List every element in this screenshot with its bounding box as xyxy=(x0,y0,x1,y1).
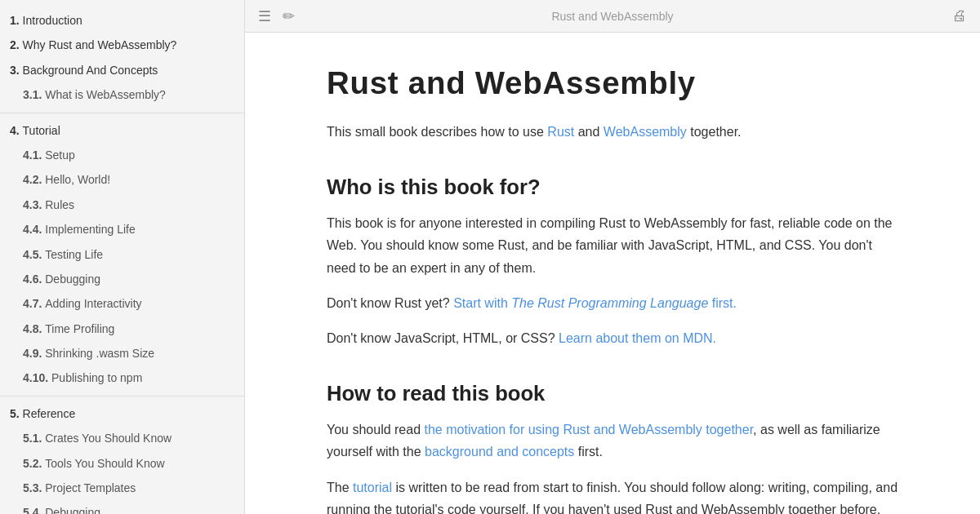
sidebar-item-setup[interactable]: 4.1. Setup xyxy=(0,143,244,167)
s2p1-post: first. xyxy=(574,445,603,459)
sidebar-divider-2 xyxy=(0,396,244,397)
page-title: Rust and WebAssembly xyxy=(327,65,898,101)
sidebar-item-wasm[interactable]: 3.1. What is WebAssembly? xyxy=(0,82,244,107)
sidebar-item-num: 4.7. xyxy=(23,297,45,310)
sidebar-item-num: 4.10. xyxy=(23,371,51,384)
sidebar-item-label: Implementing Life xyxy=(45,223,136,236)
s2p1-pre: You should read xyxy=(327,423,425,436)
s2p2-pre: The xyxy=(327,481,353,494)
print-icon[interactable]: 🖨 xyxy=(952,7,967,24)
sidebar-item-time-profiling[interactable]: 4.8. Time Profiling xyxy=(0,317,244,341)
sidebar-item-num: 4.2. xyxy=(23,173,45,186)
motivation-link[interactable]: the motivation for using Rust and WebAss… xyxy=(425,423,754,436)
sidebar-item-why[interactable]: 2. Why Rust and WebAssembly? xyxy=(0,33,244,57)
sidebar-item-interactivity[interactable]: 4.7. Adding Interactivity xyxy=(0,291,244,316)
sidebar-item-label: Reference xyxy=(23,407,76,420)
sidebar-item-num: 3.1. xyxy=(23,88,45,101)
sidebar-item-num: 3. xyxy=(10,64,23,77)
sidebar-item-hello[interactable]: 4.2. Hello, World! xyxy=(0,167,244,192)
sidebar-item-rules[interactable]: 4.3. Rules xyxy=(0,193,244,217)
rust-link[interactable]: Rust xyxy=(547,125,574,139)
and-text: and xyxy=(574,125,604,139)
toolbar-title: Rust and WebAssembly xyxy=(551,10,673,23)
sidebar-item-life[interactable]: 4.4. Implementing Life xyxy=(0,217,244,241)
sidebar-item-label: Tutorial xyxy=(23,124,60,137)
section1-p1: This book is for anyone interested in co… xyxy=(327,212,898,279)
s1p3-pre: Don't know JavaScript, HTML, or CSS? xyxy=(327,331,559,345)
toolbar: ☰ ✏ Rust and WebAssembly 🖨 xyxy=(245,0,980,33)
section1-p3: Don't know JavaScript, HTML, or CSS? Lea… xyxy=(327,327,898,349)
sidebar-item-label: Why Rust and WebAssembly? xyxy=(23,38,177,51)
sidebar-item-label: Crates You Should Know xyxy=(45,432,172,445)
s1p2-link-post: first. xyxy=(708,296,737,310)
sidebar-item-num: 5.3. xyxy=(23,481,45,494)
sidebar-item-shrinking[interactable]: 4.9. Shrinking .wasm Size xyxy=(0,341,244,366)
sidebar-item-num: 5.2. xyxy=(23,457,45,470)
sidebar-item-crates[interactable]: 5.1. Crates You Should Know xyxy=(0,426,244,450)
sidebar-item-num: 5. xyxy=(10,407,23,420)
section2-p2: The tutorial is written to be read from … xyxy=(327,476,898,515)
section1-p2: Don't know Rust yet? Start with The Rust… xyxy=(327,292,898,314)
intro-paragraph: This small book describes how to use Rus… xyxy=(327,121,898,143)
s1p2-pre: Don't know Rust yet? xyxy=(327,296,453,310)
sidebar-item-label: Publishing to npm xyxy=(51,371,142,384)
sidebar-item-num: 5.1. xyxy=(23,432,45,445)
sidebar-item-label: Tools You Should Know xyxy=(45,457,164,470)
rust-lang-link[interactable]: Start with The Rust Programming Language… xyxy=(453,296,737,310)
menu-icon[interactable]: ☰ xyxy=(258,7,271,25)
sidebar-item-label: Rules xyxy=(45,198,74,211)
sidebar-item-label: Time Profiling xyxy=(45,322,114,335)
sidebar-item-num: 4.6. xyxy=(23,273,45,286)
sidebar-item-label: Adding Interactivity xyxy=(45,297,141,310)
sidebar-item-num: 4.9. xyxy=(23,347,45,360)
sidebar-item-num: 4.1. xyxy=(23,148,45,162)
sidebar-item-debugging[interactable]: 4.6. Debugging xyxy=(0,267,244,291)
sidebar-item-num: 4. xyxy=(10,124,23,137)
section2-p1: You should read the motivation for using… xyxy=(327,419,898,463)
sidebar-item-num: 4.5. xyxy=(23,248,45,261)
sidebar-item-intro[interactable]: 1. Introduction xyxy=(0,8,244,33)
bg-concepts-link[interactable]: background and concepts xyxy=(425,445,574,459)
sidebar-item-tools[interactable]: 5.2. Tools You Should Know xyxy=(0,451,244,476)
content-area: Rust and WebAssembly This small book des… xyxy=(261,33,964,514)
edit-icon[interactable]: ✏ xyxy=(283,7,295,25)
sidebar-item-label: Setup xyxy=(45,148,75,162)
s1p2-link-italic: The Rust Programming Language xyxy=(511,296,708,310)
section1-title: Who is this book for? xyxy=(327,175,898,199)
sidebar-item-label: Introduction xyxy=(23,14,82,27)
webassembly-link[interactable]: WebAssembly xyxy=(604,125,687,139)
sidebar-item-label: Debugging xyxy=(45,506,100,514)
section2-title: How to read this book xyxy=(327,382,898,405)
toolbar-left: ☰ ✏ xyxy=(258,7,295,25)
sidebar-item-tutorial[interactable]: 4. Tutorial xyxy=(0,118,244,143)
tutorial-link[interactable]: tutorial xyxy=(353,481,392,494)
sidebar-item-label: Shrinking .wasm Size xyxy=(45,347,154,360)
sidebar-item-num: 5.4. xyxy=(23,506,45,514)
sidebar-item-num: 4.3. xyxy=(23,198,45,211)
sidebar: 1. Introduction 2. Why Rust and WebAssem… xyxy=(0,0,245,514)
sidebar-item-npm[interactable]: 4.10. Publishing to npm xyxy=(0,366,244,390)
sidebar-item-ref-debugging[interactable]: 5.4. Debugging xyxy=(0,500,244,514)
sidebar-item-reference[interactable]: 5. Reference xyxy=(0,401,244,426)
sidebar-item-label: Project Templates xyxy=(45,481,136,494)
sidebar-item-label: Hello, World! xyxy=(45,173,110,186)
sidebar-item-label: What is WebAssembly? xyxy=(45,88,166,101)
sidebar-item-num: 4.8. xyxy=(23,322,45,335)
sidebar-item-num: 4.4. xyxy=(23,223,45,236)
s2p2-post: is written to be read from start to fini… xyxy=(327,481,898,515)
intro-text: This small book describes how to use xyxy=(327,125,547,139)
sidebar-item-label: Testing Life xyxy=(45,248,103,261)
sidebar-item-num: 2. xyxy=(10,38,23,51)
together-text: together. xyxy=(687,125,742,139)
mdn-link[interactable]: Learn about them on MDN. xyxy=(559,331,716,345)
sidebar-item-num: 1. xyxy=(10,14,23,27)
main-panel: ☰ ✏ Rust and WebAssembly 🖨 Rust and WebA… xyxy=(245,0,980,514)
sidebar-item-label: Debugging xyxy=(45,273,100,286)
sidebar-item-bg[interactable]: 3. Background And Concepts xyxy=(0,58,244,82)
s1p2-link-text: Start with xyxy=(453,296,511,310)
sidebar-item-label: Background And Concepts xyxy=(23,64,158,77)
sidebar-item-templates[interactable]: 5.3. Project Templates xyxy=(0,476,244,500)
sidebar-divider xyxy=(0,113,244,113)
sidebar-item-testing[interactable]: 4.5. Testing Life xyxy=(0,242,244,267)
